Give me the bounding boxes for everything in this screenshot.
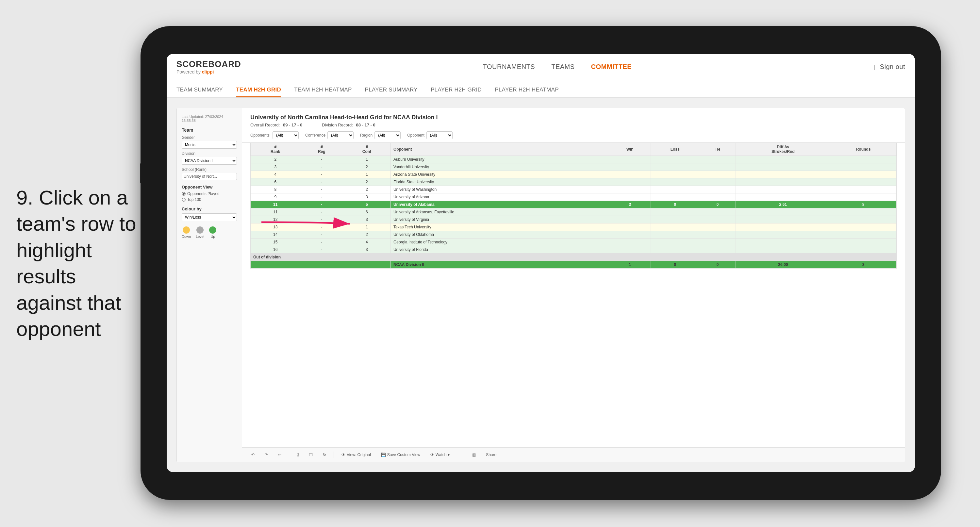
tab-team-h2h-grid[interactable]: TEAM H2H GRID	[236, 87, 281, 97]
filter-opponents-select[interactable]: (All)	[272, 131, 299, 139]
sidebar-team-label: Team	[182, 127, 237, 133]
scene: 9. Click on a team's row to highlight re…	[0, 0, 980, 527]
legend-down: Down	[182, 226, 191, 239]
table-row[interactable]: 11-6University of Arkansas, Fayetteville	[251, 209, 897, 216]
table-row[interactable]: 16-3University of Florida	[251, 246, 897, 253]
radio-label-top100: Top 100	[187, 197, 201, 202]
colour-by-title: Colour by	[182, 207, 237, 212]
col-opponent: Opponent	[390, 143, 609, 156]
out-of-division-row[interactable]: NCAA Division II10026.003	[251, 261, 897, 269]
filter-opponent-label: Opponent	[407, 133, 425, 137]
toolbar-divider-2	[334, 452, 334, 458]
table-row[interactable]: 13-1Texas Tech University	[251, 223, 897, 231]
filter-opponent: Opponent (All)	[407, 131, 453, 139]
legend-dot-down	[183, 226, 190, 234]
toolbar-icon1[interactable]: □	[457, 451, 465, 459]
watch-btn[interactable]: 👁 Watch ▾	[428, 451, 452, 459]
filters-row: Opponents: (All) Conference (All)	[250, 131, 897, 139]
table-row[interactable]: 14-2University of Oklahoma	[251, 231, 897, 239]
logo-scoreboard: SCOREBOARD	[177, 59, 241, 69]
grid-title: University of North Carolina Head-to-Hea…	[250, 114, 897, 121]
col-win: Win	[609, 143, 651, 156]
filter-region-select[interactable]: (All)	[374, 131, 401, 139]
table-row[interactable]: 4-1Arizona State University	[251, 171, 897, 178]
view-btn[interactable]: 👁 View: Original	[339, 451, 374, 459]
sidebar-school-label: School (Rank)	[182, 167, 237, 172]
table-row[interactable]: 12-3University of Virginia	[251, 216, 897, 223]
data-table: #Rank #Reg #Conf Opponent Win Loss Tie D…	[250, 143, 897, 269]
table-row[interactable]: 6-2Florida State University	[251, 178, 897, 186]
sign-out-button[interactable]: Sign out	[880, 63, 905, 70]
save-btn-label: Save Custom View	[387, 452, 420, 457]
grid-header: University of North Carolina Head-to-Hea…	[242, 108, 905, 143]
table-row[interactable]: 2-1Auburn University	[251, 156, 897, 163]
filter-opponent-select[interactable]: (All)	[426, 131, 453, 139]
table-row[interactable]: 15-4Georgia Institute of Technology	[251, 239, 897, 246]
grid-records: Overall Record: 89 - 17 - 0 Division Rec…	[250, 123, 897, 127]
nav-committee[interactable]: COMMITTEE	[591, 63, 632, 70]
overall-record: Overall Record: 89 - 17 - 0	[250, 123, 302, 127]
tablet-device: SCOREBOARD Powered by clippi TOURNAMENTS…	[140, 26, 941, 500]
tab-player-h2h-grid[interactable]: PLAYER H2H GRID	[431, 87, 482, 97]
nav-tournaments[interactable]: TOURNAMENTS	[483, 63, 535, 70]
col-loss: Loss	[651, 143, 699, 156]
dashboard: Last Updated: 27/03/2024 16:55:38 Team G…	[177, 108, 905, 462]
legend-label-down: Down	[182, 235, 191, 239]
main-content: Last Updated: 27/03/2024 16:55:38 Team G…	[167, 98, 915, 472]
table-row[interactable]: 3-2Vanderbilt University	[251, 163, 897, 171]
logo-powered: Powered by clippi	[177, 69, 241, 75]
col-reg: #Reg	[300, 143, 343, 156]
toolbar-divider-1	[289, 452, 289, 458]
legend-level: Level	[196, 226, 204, 239]
instruction-body: Click on a team's row to highlight resul…	[16, 186, 136, 341]
col-tie: Tie	[699, 143, 736, 156]
top-nav: SCOREBOARD Powered by clippi TOURNAMENTS…	[167, 54, 915, 80]
save-custom-view-btn[interactable]: 💾 Save Custom View	[379, 451, 423, 459]
legend-dot-level	[196, 226, 204, 234]
col-conf: #Conf	[343, 143, 391, 156]
col-rounds: Rounds	[830, 143, 897, 156]
tab-team-summary[interactable]: TEAM SUMMARY	[177, 87, 223, 97]
nav-teams[interactable]: TEAMS	[551, 63, 574, 70]
refresh-btn[interactable]: ↻	[320, 451, 329, 459]
toolbar-icon2[interactable]: ▥	[469, 451, 479, 459]
radio-top100[interactable]: Top 100	[182, 197, 237, 202]
legend-up: Up	[209, 226, 216, 239]
tab-player-summary[interactable]: PLAYER SUMMARY	[365, 87, 418, 97]
table-row[interactable]: 8-2University of Washington	[251, 186, 897, 193]
share-btn[interactable]: Share	[483, 451, 499, 459]
logo-area: SCOREBOARD Powered by clippi	[177, 59, 241, 75]
watch-btn-label: Watch ▾	[436, 452, 450, 457]
copy-btn[interactable]: ⎙	[294, 451, 302, 459]
table-row[interactable]: 11-5University of Alabama3002.618	[251, 201, 897, 209]
colour-by-select[interactable]: Win/Loss	[182, 213, 237, 221]
sub-nav: TEAM SUMMARY TEAM H2H GRID TEAM H2H HEAT…	[167, 80, 915, 98]
filter-conference: Conference (All)	[305, 131, 353, 139]
legend-label-level: Level	[196, 235, 204, 239]
bottom-toolbar: ↶ ↷ ↩ ⎙ ❐ ↻ 👁 View: Original	[242, 447, 905, 462]
filter-region-label: Region	[360, 133, 372, 137]
data-table-wrapper: #Rank #Reg #Conf Opponent Win Loss Tie D…	[242, 143, 905, 447]
tab-team-h2h-heatmap[interactable]: TEAM H2H HEATMAP	[294, 87, 352, 97]
col-rank: #Rank	[251, 143, 300, 156]
undo-btn[interactable]: ↶	[249, 451, 257, 459]
radio-dot-top100	[182, 197, 186, 202]
sidebar: Last Updated: 27/03/2024 16:55:38 Team G…	[177, 108, 242, 462]
back-btn[interactable]: ↩	[275, 451, 284, 459]
redo-btn[interactable]: ↷	[262, 451, 270, 459]
radio-opponents-played[interactable]: Opponents Played	[182, 191, 237, 196]
filter-conference-select[interactable]: (All)	[328, 131, 353, 139]
paste-btn[interactable]: ❐	[307, 451, 315, 459]
opponent-view-title: Opponent View	[182, 185, 237, 189]
tab-player-h2h-heatmap[interactable]: PLAYER H2H HEATMAP	[495, 87, 559, 97]
sign-out-area: | Sign out	[873, 63, 905, 70]
table-row[interactable]: 9-3University of Arizona	[251, 193, 897, 201]
table-header-row: #Rank #Reg #Conf Opponent Win Loss Tie D…	[251, 143, 897, 156]
sign-out-divider: |	[873, 64, 875, 70]
filter-conference-label: Conference	[305, 133, 326, 137]
gender-select[interactable]: Men's	[182, 141, 237, 149]
filter-opponents-label: Opponents:	[250, 133, 270, 137]
division-select[interactable]: NCAA Division I	[182, 157, 237, 165]
instruction-text: 9. Click on a team's row to highlight re…	[16, 185, 140, 343]
radio-label-opponents-played: Opponents Played	[187, 191, 220, 196]
